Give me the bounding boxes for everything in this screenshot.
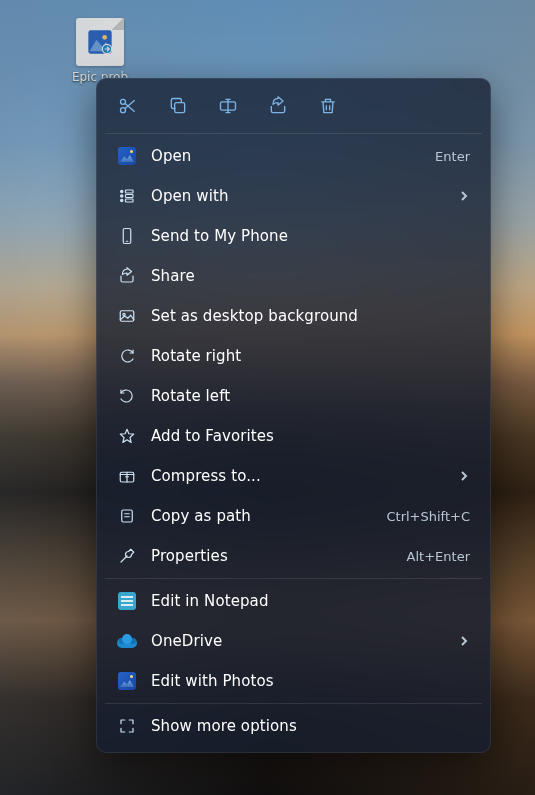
chevron-right-icon xyxy=(458,632,470,651)
svg-rect-12 xyxy=(126,199,134,202)
menu-show-more[interactable]: Show more options xyxy=(103,706,484,746)
svg-point-9 xyxy=(121,199,123,201)
menu-label: Open xyxy=(151,147,421,165)
trash-icon xyxy=(318,96,338,116)
menu-label: Rotate right xyxy=(151,347,470,365)
separator xyxy=(105,133,482,134)
archive-icon xyxy=(118,467,136,485)
share-arrow-icon xyxy=(118,267,136,285)
rotate-left-icon xyxy=(118,387,136,405)
context-menu: Open Enter Open with Send to My Phone Sh… xyxy=(96,78,491,753)
file-thumbnail xyxy=(76,18,124,66)
onedrive-icon xyxy=(117,634,137,648)
chevron-right-icon xyxy=(458,187,470,206)
delete-button[interactable] xyxy=(307,87,349,125)
picture-icon xyxy=(118,307,136,325)
phone-icon xyxy=(118,227,136,245)
open-with-icon xyxy=(118,187,136,205)
menu-shortcut: Enter xyxy=(435,149,470,164)
menu-open-with[interactable]: Open with xyxy=(103,176,484,216)
menu-label: Edit in Notepad xyxy=(151,592,470,610)
share-icon xyxy=(268,96,288,116)
svg-point-15 xyxy=(123,313,125,315)
menu-rotate-right[interactable]: Rotate right xyxy=(103,336,484,376)
context-toolbar xyxy=(103,85,484,131)
image-file-icon xyxy=(86,28,114,56)
rename-icon xyxy=(218,96,238,116)
menu-copy-path[interactable]: Copy as path Ctrl+Shift+C xyxy=(103,496,484,536)
share-button[interactable] xyxy=(257,87,299,125)
menu-add-favorites[interactable]: Add to Favorites xyxy=(103,416,484,456)
cut-button[interactable] xyxy=(107,87,149,125)
menu-label: Rotate left xyxy=(151,387,470,405)
menu-rotate-left[interactable]: Rotate left xyxy=(103,376,484,416)
separator xyxy=(105,578,482,579)
menu-properties[interactable]: Properties Alt+Enter xyxy=(103,536,484,576)
menu-label: OneDrive xyxy=(151,632,444,650)
rotate-right-icon xyxy=(118,347,136,365)
svg-rect-10 xyxy=(126,190,134,193)
menu-send-to-phone[interactable]: Send to My Phone xyxy=(103,216,484,256)
menu-onedrive[interactable]: OneDrive xyxy=(103,621,484,661)
menu-label: Add to Favorites xyxy=(151,427,470,445)
menu-label: Open with xyxy=(151,187,444,205)
chevron-right-icon xyxy=(458,467,470,486)
desktop-file[interactable]: Epic prob xyxy=(60,18,140,84)
svg-point-7 xyxy=(121,190,123,192)
star-icon xyxy=(118,427,136,445)
svg-point-8 xyxy=(121,195,123,197)
wrench-icon xyxy=(118,547,136,565)
svg-rect-17 xyxy=(122,510,133,522)
menu-shortcut: Alt+Enter xyxy=(407,549,470,564)
menu-label: Edit with Photos xyxy=(151,672,470,690)
menu-compress[interactable]: Compress to... xyxy=(103,456,484,496)
menu-label: Show more options xyxy=(151,717,470,735)
menu-shortcut: Ctrl+Shift+C xyxy=(386,509,470,524)
menu-label: Properties xyxy=(151,547,393,565)
photos-app-icon xyxy=(118,147,136,165)
svg-rect-5 xyxy=(175,103,185,113)
menu-edit-notepad[interactable]: Edit in Notepad xyxy=(103,581,484,621)
svg-point-1 xyxy=(102,35,107,40)
separator xyxy=(105,703,482,704)
menu-label: Copy as path xyxy=(151,507,372,525)
svg-rect-11 xyxy=(126,195,134,198)
menu-label: Set as desktop background xyxy=(151,307,470,325)
photos-app-icon xyxy=(118,672,136,690)
menu-label: Compress to... xyxy=(151,467,444,485)
menu-label: Send to My Phone xyxy=(151,227,470,245)
copy-icon xyxy=(168,96,188,116)
notepad-app-icon xyxy=(118,592,136,610)
menu-open[interactable]: Open Enter xyxy=(103,136,484,176)
menu-edit-photos[interactable]: Edit with Photos xyxy=(103,661,484,701)
expand-icon xyxy=(118,717,136,735)
svg-point-4 xyxy=(121,108,126,113)
menu-label: Share xyxy=(151,267,470,285)
desktop-background: Epic prob Open Enter xyxy=(0,0,535,795)
copy-button[interactable] xyxy=(157,87,199,125)
scissors-icon xyxy=(118,96,138,116)
copy-path-icon xyxy=(118,507,136,525)
svg-point-3 xyxy=(121,99,126,104)
menu-share[interactable]: Share xyxy=(103,256,484,296)
menu-set-background[interactable]: Set as desktop background xyxy=(103,296,484,336)
rename-button[interactable] xyxy=(207,87,249,125)
